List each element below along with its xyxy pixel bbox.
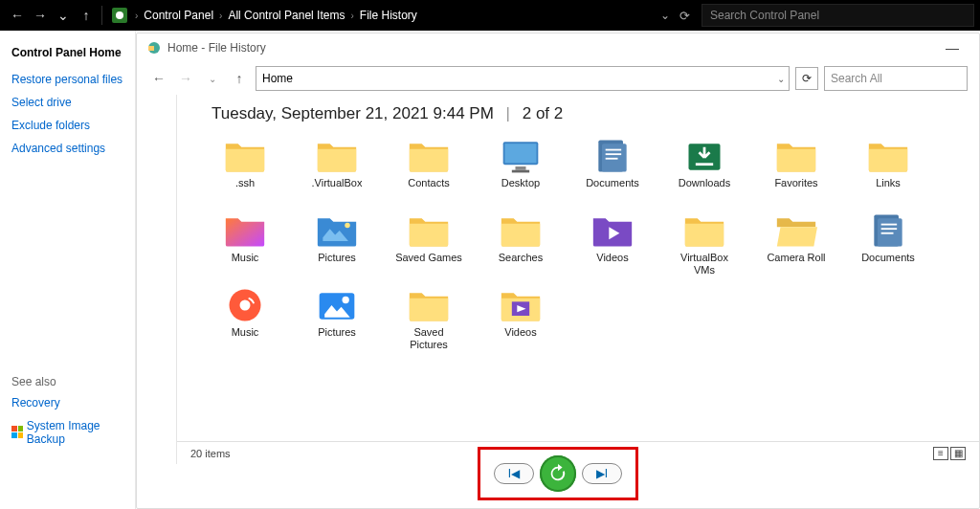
svg-rect-9 <box>505 144 537 163</box>
breadcrumb-file-history[interactable]: File History <box>356 9 421 22</box>
folder-item[interactable]: Downloads <box>671 137 738 202</box>
svg-rect-10 <box>516 166 526 170</box>
folder-label: Pictures <box>318 252 356 277</box>
sidebar-link-recovery[interactable]: Recovery <box>11 396 123 409</box>
file-history-window: Home - File History — ← → ⌄ ↑ Home ⌄ ⟳ S… <box>136 33 980 509</box>
sidebar-link-select-drive[interactable]: Select drive <box>11 96 123 109</box>
folder-icon <box>223 286 267 324</box>
control-panel-sidebar: Control Panel Home Restore personal file… <box>0 31 136 509</box>
history-back-button[interactable]: ← <box>148 68 169 89</box>
folder-icon <box>223 137 267 175</box>
playback-controls: I◀ ▶I <box>478 447 638 500</box>
restore-icon <box>547 463 568 484</box>
folder-icon <box>223 211 267 250</box>
recent-dropdown[interactable]: ⌄ <box>52 4 75 27</box>
svg-rect-22 <box>881 224 898 226</box>
folder-icon <box>866 211 910 250</box>
history-up-button[interactable]: ↑ <box>229 68 250 89</box>
folder-item[interactable]: Videos <box>487 286 554 351</box>
restore-button[interactable] <box>540 455 576 492</box>
folder-item[interactable]: Pictures <box>303 286 370 351</box>
breadcrumb-all-items[interactable]: All Control Panel Items <box>224 9 348 22</box>
folder-item[interactable]: .VirtualBox <box>303 137 370 202</box>
folder-item[interactable]: Documents <box>579 137 646 202</box>
flag-icon <box>11 426 23 439</box>
svg-point-28 <box>343 297 349 303</box>
folder-label: Music <box>232 252 259 277</box>
previous-version-button[interactable]: I◀ <box>494 463 534 484</box>
icons-view-button[interactable]: ▦ <box>950 447 966 460</box>
folder-icon <box>315 137 359 175</box>
folder-icon <box>315 211 359 250</box>
folder-label: Favorites <box>774 177 817 202</box>
folder-label: VirtualBox VMs <box>671 252 738 277</box>
folder-icon <box>499 211 543 250</box>
folder-item[interactable]: Favorites <box>763 137 830 202</box>
svg-rect-3 <box>18 426 23 432</box>
folder-label: Links <box>876 177 901 202</box>
search-all-input[interactable]: Search All <box>824 66 968 91</box>
folder-icon <box>774 137 818 175</box>
folder-icon <box>590 137 635 175</box>
address-field[interactable]: Home ⌄ <box>256 66 790 91</box>
up-button[interactable]: ↑ <box>75 4 98 27</box>
folder-icon <box>866 137 910 175</box>
folder-icon <box>315 286 359 324</box>
sidebar-link-exclude[interactable]: Exclude folders <box>11 119 123 132</box>
folder-item[interactable]: Saved Games <box>395 211 462 277</box>
folder-item[interactable]: Links <box>855 137 922 202</box>
svg-rect-18 <box>696 163 713 166</box>
forward-button[interactable]: → <box>29 4 52 27</box>
folder-label: Desktop <box>501 177 540 202</box>
control-panel-home-link[interactable]: Control Panel Home <box>11 46 123 59</box>
folder-label: Videos <box>504 326 536 351</box>
folder-label: Videos <box>596 252 628 277</box>
folder-item[interactable]: VirtualBox VMs <box>671 211 738 277</box>
back-button[interactable]: ← <box>6 4 29 27</box>
address-dropdown-icon[interactable]: ⌄ <box>660 9 670 22</box>
folder-item[interactable]: Desktop <box>487 137 554 202</box>
folder-item[interactable]: Contacts <box>395 137 462 202</box>
refresh-button[interactable]: ⟳ <box>795 67 818 90</box>
search-control-panel[interactable]: Search Control Panel <box>702 4 974 27</box>
chevron-down-icon[interactable]: ⌄ <box>777 74 785 84</box>
file-history-icon <box>146 40 162 55</box>
history-forward-button[interactable]: → <box>175 68 196 89</box>
history-recent-dropdown[interactable]: ⌄ <box>202 68 223 89</box>
version-timestamp: Tuesday, September 21, 2021 9:44 PM <box>212 104 494 122</box>
folder-icon <box>499 137 543 175</box>
version-page-indicator: 2 of 2 <box>523 104 564 122</box>
folder-item[interactable]: Pictures <box>303 211 370 277</box>
folder-icon <box>774 211 818 250</box>
folder-label: Saved Games <box>395 252 462 277</box>
folder-item[interactable]: Videos <box>579 211 646 277</box>
sidebar-link-restore[interactable]: Restore personal files <box>11 73 123 86</box>
folder-item[interactable]: Music <box>212 286 278 351</box>
svg-rect-14 <box>606 149 622 151</box>
details-view-button[interactable]: ≡ <box>933 447 948 460</box>
svg-rect-4 <box>11 432 17 438</box>
folder-item[interactable]: Music <box>212 211 278 277</box>
folder-label: Music <box>232 326 259 351</box>
sidebar-link-advanced[interactable]: Advanced settings <box>11 142 123 155</box>
folder-label: Documents <box>586 177 639 202</box>
sidebar-link-system-image[interactable]: System Image Backup <box>11 419 123 446</box>
folder-icon <box>590 211 635 250</box>
next-version-button[interactable]: ▶I <box>582 463 622 484</box>
minimize-button[interactable]: — <box>935 34 969 61</box>
window-title: Home - File History <box>167 41 266 55</box>
folder-item[interactable]: Saved Pictures <box>395 286 462 351</box>
folder-item[interactable]: Searches <box>487 211 554 277</box>
folder-label: Saved Pictures <box>395 326 462 351</box>
svg-point-19 <box>345 223 350 229</box>
explorer-address-bar: ← → ⌄ ↑ › Control Panel › All Control Pa… <box>0 0 980 31</box>
svg-rect-15 <box>606 153 622 155</box>
refresh-icon[interactable]: ⟳ <box>679 9 690 23</box>
svg-rect-7 <box>148 46 154 51</box>
svg-rect-2 <box>11 426 17 432</box>
breadcrumb-control-panel[interactable]: Control Panel <box>140 9 217 22</box>
folder-item[interactable]: .ssh <box>212 137 278 202</box>
folder-item[interactable]: Camera Roll <box>763 211 830 277</box>
svg-rect-23 <box>881 228 898 230</box>
folder-item[interactable]: Documents <box>855 211 922 277</box>
